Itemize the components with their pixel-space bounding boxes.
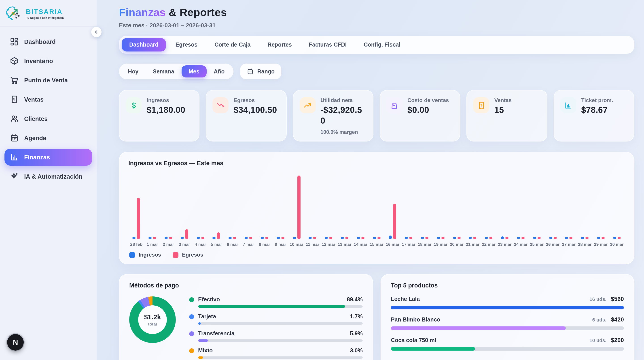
x-tick: 12 mar (322, 242, 336, 247)
sidebar-item-finanzas[interactable]: Finanzas (4, 149, 92, 166)
ingresos-bar (597, 237, 600, 239)
tab-reportes[interactable]: Reportes (260, 38, 299, 52)
bar-group-3-mar: 3 mar (176, 169, 192, 247)
kpi-card-ticket-prom: Ticket prom.$78.67 (554, 90, 634, 141)
payment-dot (189, 348, 194, 353)
tab-egresos[interactable]: Egresos (168, 38, 205, 52)
kpi-card-costo-de-ventas: Costo de ventas$0.00 (380, 90, 460, 141)
sidebar-item-label: Inventario (24, 58, 53, 64)
range-option-hoy[interactable]: Hoy (121, 65, 146, 77)
sidebar-item-clientes[interactable]: Clientes (4, 110, 92, 127)
sidebar-item-ia-automatizaci-n[interactable]: IA & Automatización (4, 168, 92, 185)
svg-text:$: $ (480, 103, 482, 107)
bar-group-11-mar: 11 mar (304, 169, 321, 247)
ingresos-bar (565, 237, 568, 239)
ai-sparkles-icon (10, 172, 19, 181)
egresos-bar (522, 237, 524, 239)
payment-bar-fill (198, 305, 345, 308)
payment-label: Efectivo (198, 296, 343, 303)
x-tick: 17 mar (402, 242, 416, 247)
collapse-sidebar-button[interactable] (91, 27, 102, 37)
range-picker-button[interactable]: Rango (240, 64, 281, 79)
ingresos-bar (421, 237, 424, 239)
pos-cart-icon (10, 76, 19, 85)
ingresos-bar (405, 237, 408, 239)
x-tick: 4 mar (195, 242, 206, 247)
inventory-icon (10, 56, 19, 65)
range-option-mes[interactable]: Mes (181, 65, 206, 77)
legend-item-ingresos[interactable]: Ingresos (129, 252, 161, 258)
bar-group-28-feb: 28 feb (128, 169, 144, 247)
sidebar-item-label: Ventas (24, 96, 44, 103)
ingresos-bar (293, 237, 296, 239)
donut-total-caption: total (148, 321, 157, 326)
receipt-icon: $ (474, 97, 490, 113)
sidebar-item-dashboard[interactable]: Dashboard (4, 33, 92, 50)
ingresos-bar (148, 237, 152, 239)
donut-hole: $1.2k total (138, 305, 167, 334)
sidebar-item-inventario[interactable]: Inventario (4, 52, 92, 69)
bar-group-18-mar: 18 mar (416, 169, 433, 247)
bar-pair (597, 169, 605, 239)
ingresos-bar (261, 237, 264, 239)
ingresos-bar (325, 237, 328, 239)
ingresos-bar (517, 237, 520, 239)
ingresos-bar (469, 237, 472, 239)
bar-pair (613, 169, 621, 239)
kpi-card-utilidad-neta: Utilidad neta-$32,920.50100.0% margen (293, 90, 374, 141)
range-option-semana[interactable]: Semana (146, 65, 181, 77)
x-tick: 22 mar (482, 242, 496, 247)
kpi-card-ventas: $Ventas15 (467, 90, 548, 141)
tab-corte-de-caja[interactable]: Corte de Caja (207, 38, 258, 52)
kpi-label: Egresos (234, 97, 277, 103)
payment-bar-fill (198, 356, 203, 359)
range-option-a-o[interactable]: Año (206, 65, 232, 77)
product-row-coca-cola-750-ml: Coca cola 750 ml10 uds.$200 (391, 337, 624, 350)
product-units: 6 uds. (592, 317, 607, 322)
x-tick: 15 mar (370, 242, 384, 247)
payment-row-mixto: Mixto3.0% (189, 347, 363, 359)
product-row-leche-lala: Leche Lala16 uds.$560 (391, 295, 624, 309)
dashboard-icon (10, 37, 19, 46)
dev-badge-avatar[interactable]: N (7, 334, 24, 350)
sidebar-item-punto-de-venta[interactable]: Punto de Venta (4, 72, 92, 89)
ingresos-bar (485, 237, 488, 239)
payment-label: Tarjeta (198, 313, 346, 320)
x-tick: 8 mar (259, 242, 270, 247)
x-tick: 19 mar (434, 242, 448, 247)
ingresos-bar (581, 237, 584, 239)
x-tick: 3 mar (179, 242, 190, 247)
egresos-bar (153, 237, 156, 239)
tab-facturas-cfdi[interactable]: Facturas CFDI (301, 38, 354, 52)
x-tick: 21 mar (466, 242, 480, 247)
tab-config-fiscal[interactable]: Config. Fiscal (356, 38, 408, 52)
kpi-label: Costo de ventas (408, 97, 449, 103)
bar-pair (533, 169, 540, 239)
bar-pair (245, 169, 252, 239)
kpi-label: Utilidad neta (320, 97, 367, 103)
payment-row-efectivo: Efectivo89.4% (189, 296, 363, 308)
tab-dashboard[interactable]: Dashboard (122, 38, 166, 52)
legend-item-egresos[interactable]: Egresos (173, 252, 203, 258)
calendar-icon (247, 68, 254, 75)
payment-percent: 3.0% (350, 347, 363, 354)
sidebar-item-agenda[interactable]: Agenda (4, 129, 92, 146)
egresos-bar (345, 237, 348, 239)
kpi-label: Ticket prom. (581, 97, 613, 103)
egresos-bar (570, 237, 573, 239)
payment-methods-title: Métodos de pago (129, 282, 363, 289)
kpi-card-egresos: Egresos$34,100.50 (206, 90, 287, 141)
bag-icon (386, 97, 402, 113)
ingresos-bar (357, 237, 360, 239)
ingresos-bar (132, 237, 136, 239)
range-row: HoySemanaMesAño Rango (119, 64, 634, 79)
bar-pair (453, 169, 460, 239)
bar-pair (148, 169, 156, 239)
bar-group-10-mar: 10 mar (288, 169, 304, 247)
egresos-bar (217, 232, 220, 239)
bar-group-1-mar: 1 mar (144, 169, 160, 247)
kpi-value: $1,180.00 (147, 105, 185, 115)
sidebar-item-ventas[interactable]: $Ventas (4, 91, 92, 108)
trending-down-icon (213, 97, 229, 113)
egresos-bar (490, 237, 492, 239)
